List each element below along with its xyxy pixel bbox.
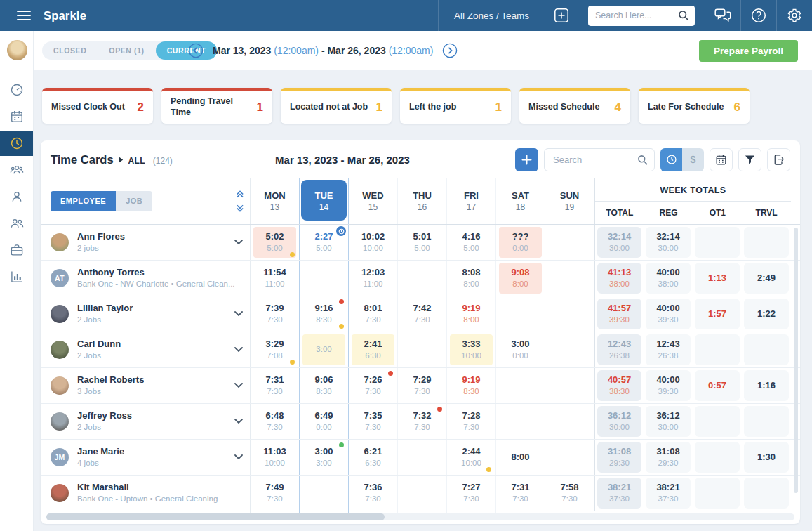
time-mode-icon[interactable] xyxy=(660,148,682,171)
timecell-wed[interactable]: 7:267:30 xyxy=(349,368,398,403)
timecell-sun[interactable] xyxy=(545,440,594,475)
timecell-sun[interactable] xyxy=(545,404,594,439)
timecell-tue[interactable] xyxy=(300,476,349,511)
timecell-sun[interactable] xyxy=(545,225,594,260)
timecell-sat[interactable] xyxy=(496,296,545,332)
alert-card-missed-schedule[interactable]: Missed Schedule4 xyxy=(519,88,630,124)
timecell-wed[interactable]: 7:357:30 xyxy=(349,404,398,439)
prepare-payroll-button[interactable]: Prepare Payroll xyxy=(699,40,798,62)
timecards-search[interactable] xyxy=(544,148,655,171)
export-button[interactable] xyxy=(767,148,790,171)
timecell-thu[interactable]: 7:327:30 xyxy=(398,404,447,439)
timecell-sun[interactable] xyxy=(545,332,594,367)
timecell-fri[interactable]: 8:088:00 xyxy=(447,261,496,296)
tab-open-1[interactable]: OPEN (1) xyxy=(98,41,155,60)
expand-chevron-icon[interactable] xyxy=(234,240,243,244)
timecell-mon[interactable]: 11:0310:00 xyxy=(251,440,300,475)
messages-icon[interactable] xyxy=(705,0,740,31)
timecell-thu[interactable] xyxy=(398,476,447,511)
timecell-fri[interactable]: 7:287:30 xyxy=(447,404,496,439)
sidebar-item-calendar-icon[interactable] xyxy=(0,104,33,129)
expand-chevron-icon[interactable] xyxy=(234,383,243,388)
timecell-wed[interactable]: 2:416:30 xyxy=(349,332,398,367)
timecell-tue[interactable]: 3:003:00 xyxy=(300,440,349,475)
toggle-job[interactable]: JOB xyxy=(116,191,152,211)
toggle-employee[interactable]: EMPLOYEE xyxy=(51,191,116,211)
timecell-fri[interactable]: 2:4410:00 xyxy=(447,440,496,475)
timecell-wed[interactable]: 10:0210:00 xyxy=(349,225,398,260)
help-icon[interactable] xyxy=(741,0,776,31)
collapse-all-icon[interactable] xyxy=(236,190,244,198)
day-header-sun[interactable]: SUN19 xyxy=(545,178,594,224)
timecell-fri[interactable]: 9:198:30 xyxy=(447,368,496,403)
timecell-sat[interactable]: ???0:00 xyxy=(496,225,545,260)
timecell-wed[interactable]: 12:0311:00 xyxy=(349,261,398,296)
expand-chevron-icon[interactable] xyxy=(234,419,243,424)
zones-teams-selector[interactable]: All Zones / Teams xyxy=(439,0,545,31)
timecell-mon[interactable]: 11:5411:00 xyxy=(251,261,300,296)
timecell-thu[interactable] xyxy=(398,332,447,367)
alert-card-missed-clock-out[interactable]: Missed Clock Out2 xyxy=(42,88,153,124)
global-search-input[interactable] xyxy=(595,11,678,20)
expand-all-icon[interactable] xyxy=(236,204,244,212)
add-button[interactable] xyxy=(545,0,578,31)
timecell-sat[interactable] xyxy=(496,368,545,403)
sidebar-item-team-icon[interactable] xyxy=(0,157,33,183)
timecell-mon[interactable]: 7:317:30 xyxy=(251,368,300,403)
global-search[interactable] xyxy=(588,6,695,26)
alert-card-located-not-at-job[interactable]: Located not at Job1 xyxy=(281,88,392,124)
timecell-sat[interactable]: 7:317:30 xyxy=(496,476,545,511)
settings-gear-icon[interactable] xyxy=(777,0,812,31)
timecell-tue[interactable]: 3:00 xyxy=(300,332,349,367)
timecell-sat[interactable]: 9:088:00 xyxy=(496,261,545,296)
hamburger-menu-icon[interactable] xyxy=(11,3,36,28)
day-header-mon[interactable]: MON13 xyxy=(251,178,300,224)
timecell-tue[interactable] xyxy=(300,261,349,296)
day-header-fri[interactable]: FRI17 xyxy=(447,178,496,224)
timecell-wed[interactable]: 8:017:30 xyxy=(349,296,398,332)
timecell-sun[interactable] xyxy=(545,296,594,332)
expand-chevron-icon[interactable] xyxy=(234,347,243,352)
timecell-fri[interactable]: 3:3310:00 xyxy=(447,332,496,367)
timecell-sun[interactable] xyxy=(545,368,594,403)
timecell-fri[interactable]: 7:277:30 xyxy=(447,476,496,511)
day-header-tue[interactable]: TUE14 xyxy=(300,178,349,224)
timecell-tue[interactable]: 9:168:30 xyxy=(300,296,349,332)
sidebar-item-clock-icon[interactable] xyxy=(0,131,33,156)
sidebar-item-dashboard-icon[interactable] xyxy=(0,77,33,103)
timecell-sat[interactable]: 8:00 xyxy=(496,440,545,475)
sidebar-item-people-icon[interactable] xyxy=(0,211,33,236)
timecell-thu[interactable] xyxy=(398,261,447,296)
timecell-thu[interactable]: 5:015:00 xyxy=(398,225,447,260)
expand-chevron-icon[interactable] xyxy=(234,311,243,316)
sidebar-item-chart-icon[interactable] xyxy=(0,264,33,289)
add-timecard-button[interactable] xyxy=(515,148,538,171)
timecell-fri[interactable]: 4:165:00 xyxy=(447,225,496,260)
timecell-tue[interactable]: 6:490:00 xyxy=(300,404,349,439)
alert-card-late-for-schedule[interactable]: Late For Schedule6 xyxy=(639,88,750,124)
timecell-wed[interactable]: 7:367:30 xyxy=(349,476,398,511)
timecell-tue[interactable]: 9:068:30 xyxy=(300,368,349,403)
horizontal-scrollbar-thumb[interactable] xyxy=(46,513,385,520)
expand-chevron-icon[interactable] xyxy=(234,454,243,459)
alert-card-left-the-job[interactable]: Left the job1 xyxy=(400,88,511,124)
timecell-wed[interactable]: 6:216:30 xyxy=(349,440,398,475)
timecell-sat[interactable]: 3:000:00 xyxy=(496,332,545,367)
calendar-view-button[interactable] xyxy=(710,148,733,171)
timecell-thu[interactable]: 7:297:30 xyxy=(398,368,447,403)
timecell-thu[interactable] xyxy=(398,440,447,475)
timecell-sun[interactable]: 7:587:30 xyxy=(545,476,594,511)
horizontal-scrollbar[interactable] xyxy=(46,513,794,520)
day-header-sat[interactable]: SAT18 xyxy=(496,178,545,224)
timecell-sun[interactable] xyxy=(545,261,594,296)
time-money-toggle[interactable]: $ xyxy=(660,148,704,171)
money-mode-icon[interactable]: $ xyxy=(682,148,704,171)
timecell-mon[interactable]: 3:297:08 xyxy=(251,332,300,367)
alert-card-pending-travel-time[interactable]: Pending Travel Time1 xyxy=(161,88,272,124)
sidebar-item-person-icon[interactable] xyxy=(0,184,33,209)
timecell-tue[interactable]: 2:275:00 xyxy=(300,225,349,260)
filter-button[interactable] xyxy=(738,148,761,171)
sidebar-item-briefcase-icon[interactable] xyxy=(0,237,33,263)
timecards-search-input[interactable] xyxy=(553,155,637,165)
vertical-scrollbar[interactable] xyxy=(794,228,798,493)
